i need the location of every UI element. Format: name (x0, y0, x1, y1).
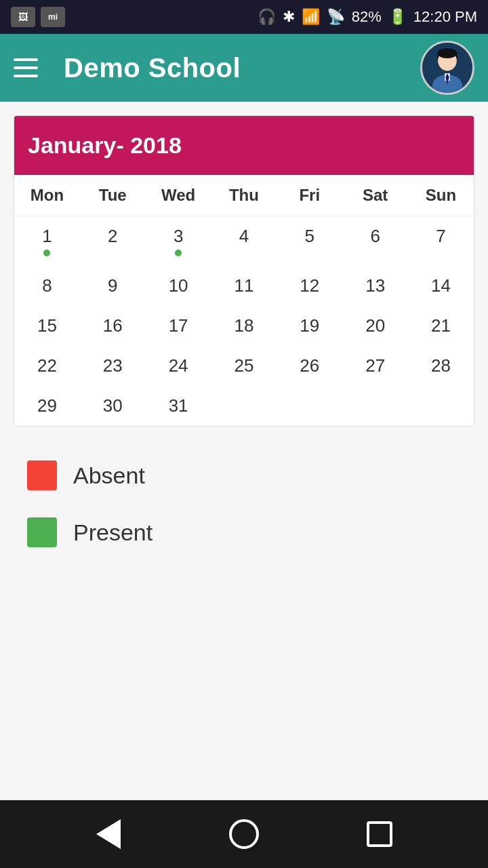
date-number: 13 (365, 275, 385, 296)
date-number: 27 (365, 355, 385, 376)
back-icon (96, 819, 121, 849)
weekday-thu: Thu (211, 175, 277, 216)
calendar-week-5: 293031 (14, 386, 474, 426)
calendar-cell[interactable]: 1 (14, 216, 80, 267)
calendar-cell[interactable]: 18 (211, 306, 277, 346)
calendar-cell[interactable]: 7 (408, 216, 474, 267)
calendar: January- 2018 MonTueWedThuFriSatSun 1234… (14, 115, 474, 427)
battery-text: 82% (352, 8, 382, 26)
calendar-cell[interactable]: 2 (80, 216, 146, 267)
calendar-cell[interactable]: 24 (146, 346, 211, 386)
calendar-cell[interactable]: 3 (146, 216, 211, 267)
calendar-cell[interactable]: 11 (211, 266, 277, 306)
date-number: 3 (174, 226, 183, 247)
calendar-cell[interactable]: 31 (146, 386, 211, 426)
date-number: 29 (37, 395, 57, 416)
date-number: 20 (365, 315, 385, 336)
weekday-tue: Tue (80, 175, 146, 216)
date-number: 18 (234, 315, 253, 336)
legend: Absent Present (14, 460, 474, 547)
date-number: 21 (431, 315, 451, 336)
date-number: 16 (103, 315, 123, 336)
absent-color-indicator (27, 460, 57, 490)
clock: 12:20 PM (413, 8, 477, 26)
bluetooth-icon: ✱ (283, 8, 295, 26)
calendar-week-1: 1234567 (14, 216, 474, 267)
calendar-cell[interactable]: 22 (14, 346, 80, 386)
calendar-grid: MonTueWedThuFriSatSun 123456789101112131… (14, 175, 474, 426)
date-number: 10 (169, 275, 188, 296)
calendar-cell[interactable]: 27 (342, 346, 408, 386)
headphone-icon: 🎧 (258, 8, 276, 26)
date-number: 14 (431, 275, 451, 296)
calendar-cell (342, 386, 408, 426)
calendar-cell[interactable]: 20 (342, 306, 408, 346)
absent-label: Absent (73, 462, 145, 489)
calendar-cell[interactable]: 6 (342, 216, 408, 267)
date-number: 25 (234, 355, 253, 376)
hamburger-menu-button[interactable] (14, 53, 43, 83)
date-number: 24 (169, 355, 188, 376)
calendar-cell (277, 386, 342, 426)
calendar-cell[interactable]: 17 (146, 306, 211, 346)
calendar-cell[interactable]: 13 (342, 266, 408, 306)
weekday-fri: Fri (277, 175, 342, 216)
date-number: 7 (436, 226, 445, 247)
calendar-week-3: 15161718192021 (14, 306, 474, 346)
date-number: 30 (103, 395, 123, 416)
calendar-cell[interactable]: 10 (146, 266, 211, 306)
app-title: Demo School (64, 53, 420, 83)
calendar-cell[interactable]: 9 (80, 266, 146, 306)
calendar-cell[interactable]: 15 (14, 306, 80, 346)
absent-legend-item: Absent (27, 460, 461, 490)
date-number: 22 (37, 355, 57, 376)
mi-icon: mi (41, 7, 65, 27)
app-bar: Demo School (0, 34, 488, 102)
calendar-header: January- 2018 (14, 116, 474, 175)
calendar-cell[interactable]: 28 (408, 346, 474, 386)
calendar-cell[interactable]: 19 (277, 306, 342, 346)
calendar-cell[interactable]: 5 (277, 216, 342, 267)
calendar-cell[interactable]: 30 (80, 386, 146, 426)
status-bar: 🖼 mi 🎧 ✱ 📶 📡 82% 🔋 12:20 PM (0, 0, 488, 34)
calendar-body: 1234567891011121314151617181920212223242… (14, 216, 474, 427)
date-number: 11 (234, 275, 253, 296)
photo-icon: 🖼 (11, 7, 35, 27)
date-number: 23 (103, 355, 123, 376)
date-number: 12 (300, 275, 319, 296)
weekday-mon: Mon (14, 175, 80, 216)
date-number: 17 (169, 315, 188, 336)
recents-button[interactable] (363, 817, 396, 851)
battery-icon: 🔋 (388, 8, 407, 26)
present-legend-item: Present (27, 517, 461, 547)
weekday-header-row: MonTueWedThuFriSatSun (14, 175, 474, 216)
date-number: 1 (42, 226, 52, 247)
calendar-cell[interactable]: 25 (211, 346, 277, 386)
calendar-week-4: 22232425262728 (14, 346, 474, 386)
date-number: 4 (239, 226, 249, 247)
wifi-icon: 📶 (302, 8, 320, 26)
status-left-icons: 🖼 mi (11, 7, 65, 27)
weekday-sun: Sun (408, 175, 474, 216)
calendar-cell (408, 386, 474, 426)
calendar-cell[interactable]: 4 (211, 216, 277, 267)
user-avatar[interactable] (420, 41, 474, 95)
weekday-sat: Sat (342, 175, 408, 216)
home-button[interactable] (227, 817, 261, 851)
calendar-cell[interactable]: 23 (80, 346, 146, 386)
calendar-cell[interactable]: 21 (408, 306, 474, 346)
signal-icon: 📡 (327, 8, 345, 26)
calendar-cell[interactable]: 26 (277, 346, 342, 386)
calendar-cell[interactable]: 8 (14, 266, 80, 306)
date-number: 2 (108, 226, 117, 247)
present-label: Present (73, 519, 152, 546)
calendar-cell[interactable]: 12 (277, 266, 342, 306)
date-number: 28 (431, 355, 451, 376)
date-number: 8 (42, 275, 52, 296)
calendar-cell[interactable]: 16 (80, 306, 146, 346)
calendar-cell[interactable]: 29 (14, 386, 80, 426)
back-button[interactable] (92, 817, 125, 851)
date-number: 31 (169, 395, 188, 416)
calendar-cell[interactable]: 14 (408, 266, 474, 306)
date-number: 6 (370, 226, 380, 247)
